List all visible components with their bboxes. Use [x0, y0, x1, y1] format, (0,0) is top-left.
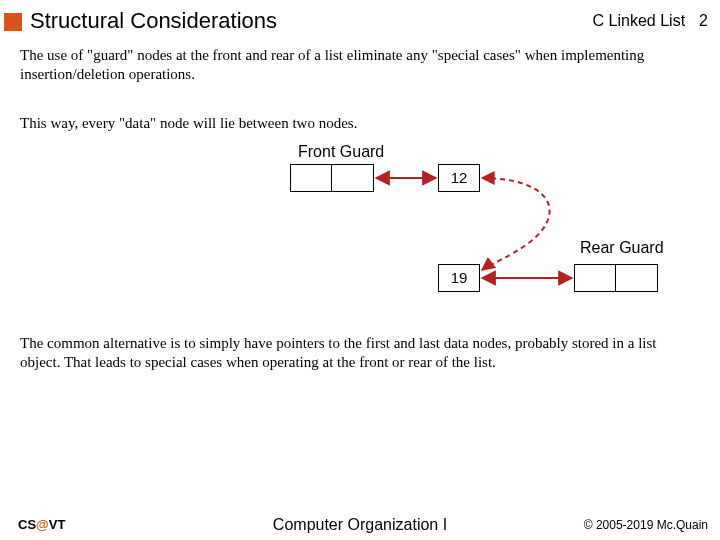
- linked-list-diagram: Front Guard Rear Guard 12 19: [20, 142, 700, 322]
- paragraph-1: The use of "guard" nodes at the front an…: [20, 46, 700, 84]
- front-guard-label: Front Guard: [298, 142, 384, 162]
- rear-guard-node: [574, 264, 658, 292]
- front-guard-node: [290, 164, 374, 192]
- guard-cell: [332, 165, 373, 191]
- footer-at-icon: @: [36, 517, 49, 532]
- guard-cell: [616, 265, 657, 291]
- footer-right: © 2005-2019 Mc.Quain: [584, 518, 708, 532]
- footer-left: CS@VT: [18, 517, 65, 532]
- slide-title: Structural Considerations: [30, 8, 593, 34]
- slide-topic: C Linked List: [593, 12, 686, 30]
- page-number: 2: [699, 12, 708, 30]
- rear-guard-label: Rear Guard: [580, 238, 664, 258]
- guard-cell: [575, 265, 616, 291]
- slide-header: Structural Considerations C Linked List …: [0, 0, 720, 40]
- paragraph-3: The common alternative is to simply have…: [20, 334, 700, 372]
- footer-left-pre: CS: [18, 517, 36, 532]
- arrow-dashed-12-to-19: [482, 178, 550, 270]
- footer-left-post: VT: [49, 517, 66, 532]
- data-cell: 12: [439, 165, 479, 191]
- slide-footer: CS@VT Computer Organization I © 2005-201…: [0, 517, 720, 532]
- data-node-19: 19: [438, 264, 480, 292]
- footer-center: Computer Organization I: [273, 516, 447, 534]
- data-node-12: 12: [438, 164, 480, 192]
- slide-body: The use of "guard" nodes at the front an…: [0, 40, 720, 372]
- header-accent-square: [4, 13, 22, 31]
- paragraph-2: This way, every "data" node will lie bet…: [20, 114, 700, 133]
- data-cell: 19: [439, 265, 479, 291]
- guard-cell: [291, 165, 332, 191]
